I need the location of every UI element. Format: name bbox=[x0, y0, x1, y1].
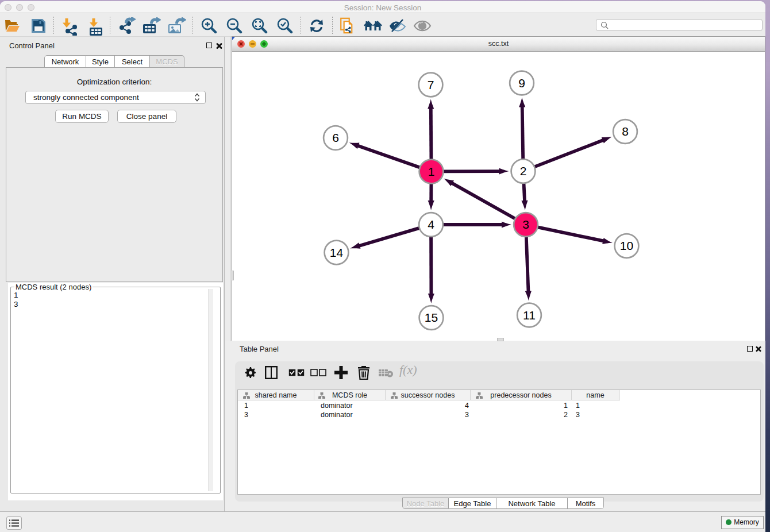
svg-text:14: 14 bbox=[330, 246, 344, 259]
svg-text:15: 15 bbox=[425, 311, 438, 324]
svg-text:7: 7 bbox=[428, 78, 434, 91]
svg-text:11: 11 bbox=[523, 309, 536, 322]
svg-text:9: 9 bbox=[518, 76, 525, 90]
svg-text:3: 3 bbox=[522, 218, 529, 231]
svg-text:10: 10 bbox=[620, 239, 633, 252]
svg-text:8: 8 bbox=[622, 125, 629, 138]
svg-text:2: 2 bbox=[520, 164, 527, 178]
svg-text:1: 1 bbox=[428, 165, 435, 178]
svg-text:6: 6 bbox=[332, 131, 339, 144]
svg-text:4: 4 bbox=[428, 218, 434, 231]
